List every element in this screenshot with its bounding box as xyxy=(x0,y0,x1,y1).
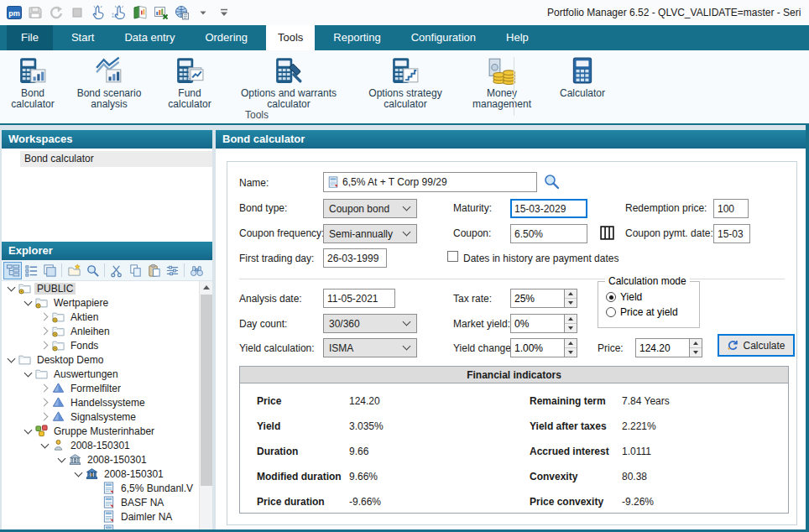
yield-calculation-select[interactable]: ISMA xyxy=(323,338,417,357)
run-batch-button[interactable] xyxy=(108,3,129,23)
chevron-right-icon[interactable] xyxy=(40,383,50,394)
spin-up-icon[interactable] xyxy=(565,315,577,324)
chevron-down-icon[interactable] xyxy=(74,469,84,479)
ribbon-item-options-and-warrants-calculator[interactable]: Options and warrants calculator xyxy=(230,56,347,110)
workspace-item-bond-calculator[interactable]: Bond calculator xyxy=(20,151,212,167)
new-folder-button[interactable] xyxy=(65,262,83,279)
chevron-right-icon[interactable] xyxy=(40,341,50,351)
paste-button[interactable] xyxy=(144,262,163,279)
bond-type-select[interactable]: Coupon bond xyxy=(323,199,417,218)
tree-item-2008-150301[interactable]: 2008-150301 xyxy=(2,452,212,467)
chevron-down-icon[interactable] xyxy=(40,441,50,451)
tree-item-6-5-bundanl-v[interactable]: 6,5% Bundanl.V xyxy=(2,481,212,495)
analysis-date-input[interactable]: 11-05-2021 xyxy=(323,289,395,308)
tab-file[interactable]: File xyxy=(7,25,53,50)
market-yield-stepper[interactable]: 0% xyxy=(510,314,577,333)
indicator-label: Remaining term xyxy=(530,395,622,407)
tree-item-gruppe-musterinhaber[interactable]: Gruppe Musterinhaber xyxy=(2,424,212,438)
tree-item-signalsysteme[interactable]: Signalsysteme xyxy=(2,409,212,424)
chevron-down-icon[interactable] xyxy=(23,298,34,308)
app-logo-button[interactable]: pm xyxy=(3,3,24,23)
quick-access-more-button[interactable] xyxy=(192,3,213,23)
radio-price-at-yield[interactable]: Price at yield xyxy=(606,306,699,318)
cut-button[interactable] xyxy=(107,262,126,279)
tab-configuration[interactable]: Configuration xyxy=(399,25,488,50)
tree-view-button[interactable] xyxy=(3,262,22,279)
search-button[interactable] xyxy=(83,262,102,279)
chevron-right-icon[interactable] xyxy=(40,398,50,408)
chevron-down-icon[interactable] xyxy=(7,284,17,294)
ribbon-item-bond-scenario-analysis[interactable]: Bond scenario analysis xyxy=(69,56,149,110)
maturity-input[interactable]: 15-03-2029 xyxy=(510,199,587,218)
coupon-frequency-select[interactable]: Semi-annually xyxy=(323,224,417,243)
tab-data-entry[interactable]: Data entry xyxy=(112,25,186,50)
spin-down-icon[interactable] xyxy=(565,299,577,307)
dates-in-history-checkbox[interactable] xyxy=(447,251,458,262)
yield-change-stepper[interactable]: 1.00% xyxy=(510,338,577,357)
coupon-pymt-date-input[interactable]: 15-03 xyxy=(713,224,750,243)
tree-item-formelfilter[interactable]: Formelfilter xyxy=(2,381,212,395)
tab-reporting[interactable]: Reporting xyxy=(321,25,392,50)
report-button[interactable] xyxy=(129,3,150,23)
tree-item-public[interactable]: PUBLIC xyxy=(2,281,212,295)
chevron-down-icon[interactable] xyxy=(23,426,34,436)
tree-item-daimler-na[interactable]: Daimler NA xyxy=(2,509,212,524)
bond-calculator-body: Name: 6,5% At + T Corp 99/29 Bond type: … xyxy=(216,149,806,529)
chevron-right-icon[interactable] xyxy=(40,312,50,322)
chevron-down-icon[interactable] xyxy=(7,355,17,365)
find-button[interactable] xyxy=(187,262,206,279)
tax-rate-stepper[interactable]: 25% xyxy=(510,289,577,308)
radio-yield[interactable]: Yield xyxy=(606,291,699,303)
scrollbar-thumb[interactable] xyxy=(201,295,212,486)
run-single-button[interactable] xyxy=(87,3,108,23)
export-chart-button[interactable] xyxy=(150,3,171,23)
spin-up-icon[interactable] xyxy=(565,289,577,299)
tab-help[interactable]: Help xyxy=(494,25,540,50)
coupon-input[interactable]: 6.50% xyxy=(510,224,587,243)
tab-tools[interactable]: Tools xyxy=(266,25,315,50)
spin-down-icon[interactable] xyxy=(565,348,577,357)
search-icon[interactable] xyxy=(543,173,560,190)
tree-item-fonds[interactable]: Fonds xyxy=(2,338,212,352)
web-report-button[interactable] xyxy=(171,3,192,23)
redemption-price-input[interactable]: 100 xyxy=(713,199,749,218)
tree-item-basf-na[interactable]: BASF NA xyxy=(2,495,212,509)
tree-item-wertpapiere[interactable]: Wertpapiere xyxy=(2,295,212,310)
first-trading-day-input[interactable]: 26-03-1999 xyxy=(323,248,387,268)
tab-ordering[interactable]: Ordering xyxy=(193,25,259,50)
ribbon-item-calculator[interactable]: Calculator xyxy=(552,56,613,99)
spin-down-icon[interactable] xyxy=(565,324,577,332)
tree-scrollbar[interactable] xyxy=(199,281,212,529)
ribbon-item-money-management[interactable]: Money management xyxy=(463,56,540,110)
customize-toolbar-button[interactable] xyxy=(213,3,234,23)
filter-button[interactable] xyxy=(163,262,181,279)
tree-item-2008-150301[interactable]: 2008-150301 xyxy=(2,467,212,481)
scroll-up-icon[interactable] xyxy=(200,281,212,294)
day-count-select[interactable]: 30/360 xyxy=(323,314,417,333)
ribbon-item-fund-calculator[interactable]: Fund calculator xyxy=(161,56,218,110)
list-view-button[interactable] xyxy=(22,262,40,279)
calculate-button[interactable]: Calculate xyxy=(718,334,795,357)
tile-view-button[interactable] xyxy=(40,262,59,279)
coupon-history-table-icon[interactable] xyxy=(599,225,615,241)
tree-item-2008-150301[interactable]: 2008-150301 xyxy=(2,438,212,452)
tree-item-auswertungen[interactable]: Auswertungen xyxy=(2,367,212,381)
chevron-right-icon[interactable] xyxy=(40,412,50,422)
tree-item-aktien[interactable]: Aktien xyxy=(2,310,212,324)
tree-item-partial[interactable] xyxy=(2,524,212,529)
tree-item-desktop-demo[interactable]: Desktop Demo xyxy=(2,352,212,367)
copy-button[interactable] xyxy=(126,262,144,279)
chevron-down-icon[interactable] xyxy=(57,455,67,465)
spin-up-icon[interactable] xyxy=(565,339,577,348)
name-input[interactable]: 6,5% At + T Corp 99/29 xyxy=(323,172,537,192)
tree-item-anleihen[interactable]: Anleihen xyxy=(2,324,212,338)
ribbon-item-options-strategy-calculator[interactable]: Options strategy calculator xyxy=(359,56,451,110)
chevron-right-icon[interactable] xyxy=(40,326,50,336)
spin-up-icon[interactable] xyxy=(690,339,702,348)
tree-item-handelssysteme[interactable]: Handelssysteme xyxy=(2,395,212,409)
ribbon-item-bond-calculator[interactable]: Bond calculator xyxy=(8,56,57,110)
spin-down-icon[interactable] xyxy=(690,348,702,357)
tab-start[interactable]: Start xyxy=(60,25,106,50)
chevron-down-icon[interactable] xyxy=(23,369,34,379)
price-stepper[interactable]: 124.20 xyxy=(635,338,702,357)
